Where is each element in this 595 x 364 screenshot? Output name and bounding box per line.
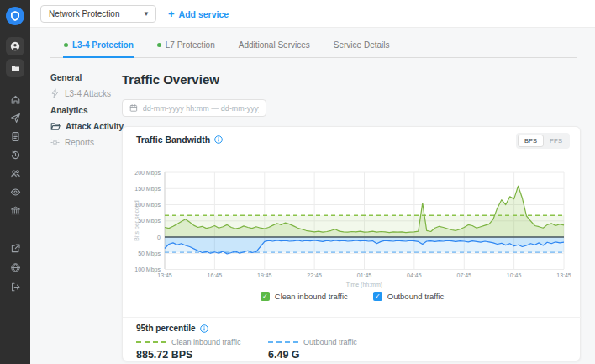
percentile-clean-inbound: Clean inbound traffic 885.72 BPS xyxy=(136,337,240,361)
service-selector[interactable]: Network Protection ▼ xyxy=(40,5,156,23)
svg-text:19:45: 19:45 xyxy=(257,272,272,278)
folder-open-icon xyxy=(50,122,61,131)
account-icon xyxy=(9,40,21,52)
app-window: Network Protection ▼ + Add service L3-4 … xyxy=(0,0,595,364)
tab-label: Additional Services xyxy=(239,40,310,50)
svg-text:07:45: 07:45 xyxy=(456,272,471,278)
eye-icon[interactable] xyxy=(9,186,21,198)
gear-icon xyxy=(50,138,60,147)
card-section-divider xyxy=(123,317,582,318)
folder-icon xyxy=(10,63,21,74)
dashed-line-sample-blue xyxy=(268,341,298,343)
add-service-label: Add service xyxy=(179,9,229,19)
topbar: Network Protection ▼ + Add service xyxy=(30,0,595,28)
status-dot-green xyxy=(157,43,161,47)
subnav-header-analytics: Analytics xyxy=(50,106,87,115)
traffic-bandwidth-card: Traffic Bandwidth BPS PPS 13:4516:4519:4… xyxy=(122,126,581,361)
shield-icon xyxy=(9,10,21,22)
percentile-value: 6.49 G xyxy=(268,349,357,361)
card-header-divider xyxy=(123,156,582,156)
percentile-title-text: 95th percentile xyxy=(136,324,196,333)
tab-label: Service Details xyxy=(334,40,390,50)
toggle-bps-button[interactable]: BPS xyxy=(518,135,544,147)
info-icon[interactable] xyxy=(200,324,208,333)
chart-legend: ✓ Clean inbound traffic ✓ Outbound traff… xyxy=(123,292,582,301)
svg-text:200 Mbps: 200 Mbps xyxy=(134,170,161,177)
users-icon[interactable] xyxy=(9,167,21,179)
svg-text:0: 0 xyxy=(157,235,161,240)
subnav-item-reports[interactable]: Reports xyxy=(50,138,94,147)
lightning-icon xyxy=(50,88,60,98)
rail-divider xyxy=(8,229,23,229)
services-folder-button[interactable] xyxy=(6,59,24,77)
bank-icon[interactable] xyxy=(9,204,21,216)
add-service-button[interactable]: + Add service xyxy=(168,0,229,28)
content-area: L3-4 Protection L7 Protection Additional… xyxy=(30,28,595,364)
service-selector-value: Network Protection xyxy=(49,9,119,18)
subnav-item-attack-activity[interactable]: Attack Activity xyxy=(50,122,124,131)
svg-text:Bits per second: Bits per second xyxy=(134,200,140,240)
percentile-value: 885.72 BPS xyxy=(136,349,240,361)
percentile-label: Outbound traffic xyxy=(303,338,357,346)
subnav-header-general: General xyxy=(50,73,82,82)
card-title-text: Traffic Bandwidth xyxy=(136,135,210,145)
dashed-line-sample-green xyxy=(136,341,166,343)
svg-text:100 Mbps: 100 Mbps xyxy=(134,266,161,273)
tab-l7-protection[interactable]: L7 Protection xyxy=(156,38,216,57)
page-title: Traffic Overview xyxy=(122,72,219,87)
traffic-bandwidth-chart: 13:4516:4519:4522:4501:4504:4507:4510:45… xyxy=(123,159,582,288)
calendar-icon xyxy=(129,103,138,113)
svg-text:13:45: 13:45 xyxy=(157,272,172,278)
home-icon[interactable] xyxy=(9,93,21,105)
app-rail xyxy=(0,0,30,364)
globe-icon[interactable] xyxy=(9,261,21,273)
svg-text:50 Mbps: 50 Mbps xyxy=(138,251,161,257)
checkbox-checked-icon[interactable]: ✓ xyxy=(373,292,382,301)
daterange-input[interactable] xyxy=(143,104,259,113)
logout-icon[interactable] xyxy=(9,281,21,293)
svg-text:16:45: 16:45 xyxy=(208,272,223,278)
toggle-pps-button[interactable]: PPS xyxy=(544,135,568,147)
svg-text:04:45: 04:45 xyxy=(407,272,422,278)
percentile-title: 95th percentile xyxy=(136,324,208,333)
brand-shield-logo[interactable] xyxy=(6,7,24,25)
svg-text:13:45: 13:45 xyxy=(556,272,571,278)
legend-label: Outbound traffic xyxy=(387,292,444,301)
subnav-item-label: Reports xyxy=(65,138,94,147)
tab-service-details[interactable]: Service Details xyxy=(333,38,391,57)
subnav-item-l3-4-attacks[interactable]: L3-4 Attacks xyxy=(50,88,111,98)
tab-label: L3-4 Protection xyxy=(72,40,134,50)
legend-clean-inbound[interactable]: ✓ Clean inbound traffic xyxy=(261,292,348,301)
svg-text:22:45: 22:45 xyxy=(307,272,322,278)
history-icon[interactable] xyxy=(9,149,21,161)
svg-text:50 Mbps: 50 Mbps xyxy=(138,218,161,224)
rail-divider xyxy=(8,82,23,82)
card-title: Traffic Bandwidth xyxy=(136,135,223,145)
status-dot-green xyxy=(64,43,68,47)
send-icon[interactable] xyxy=(9,112,21,124)
chevron-down-icon: ▼ xyxy=(143,6,150,22)
percentile-outbound: Outbound traffic 6.49 G xyxy=(268,337,357,361)
plus-icon: + xyxy=(168,8,175,19)
svg-text:Time (hh:mm): Time (hh:mm) xyxy=(346,282,382,288)
legend-outbound[interactable]: ✓ Outbound traffic xyxy=(373,292,444,301)
daterange-picker[interactable] xyxy=(122,99,266,117)
percentile-label: Clean inbound traffic xyxy=(171,338,240,346)
account-button[interactable] xyxy=(6,37,24,55)
tab-additional-services[interactable]: Additional Services xyxy=(238,38,311,57)
legend-label: Clean inbound traffic xyxy=(275,292,348,301)
svg-text:01:45: 01:45 xyxy=(357,272,372,278)
tabbar: L3-4 Protection L7 Protection Additional… xyxy=(50,38,577,58)
tab-label: L7 Protection xyxy=(166,40,215,50)
svg-text:10:45: 10:45 xyxy=(507,272,522,278)
document-icon[interactable] xyxy=(9,130,21,142)
svg-text:150 Mbps: 150 Mbps xyxy=(134,186,161,193)
info-icon[interactable] xyxy=(214,135,223,144)
checkbox-checked-icon[interactable]: ✓ xyxy=(261,292,270,301)
tab-l3-4-protection[interactable]: L3-4 Protection xyxy=(63,38,134,58)
subnav-item-label: Attack Activity xyxy=(66,122,124,131)
bps-pps-toggle: BPS PPS xyxy=(516,133,570,149)
external-link-icon[interactable] xyxy=(9,242,21,254)
subnav-item-label: L3-4 Attacks xyxy=(65,89,111,98)
